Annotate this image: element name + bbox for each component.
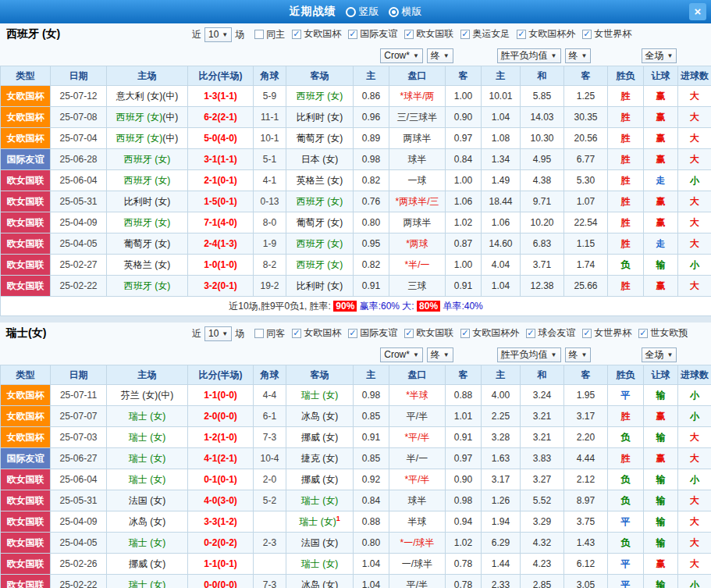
- ah-away-water-cell: 1.00: [446, 255, 482, 276]
- odds-draw-cell: 3.71: [521, 255, 564, 276]
- score-cell: 2-1(0-1): [188, 170, 254, 191]
- home-team-cell: 挪威 (女): [107, 554, 188, 575]
- date-cell: 25-07-04: [51, 128, 107, 149]
- match-row: 欧女国联25-06-04瑞士 (女)0-1(0-1)2-0挪威 (女)0.92*…: [1, 469, 711, 490]
- ah-away-water-cell: 0.78: [446, 554, 482, 575]
- corner-cell: 8-0: [254, 212, 286, 233]
- odds-home-cell: 2.33: [482, 575, 521, 588]
- odds-company-select[interactable]: Crow*▼: [380, 347, 423, 362]
- odds-company-select[interactable]: Crow*▼: [380, 48, 423, 63]
- competition-filter[interactable]: 女欧国杯外: [460, 326, 519, 340]
- result-handicap-cell: 赢: [644, 554, 678, 575]
- neutral-venue-tag: (中): [162, 133, 178, 144]
- competition-filter[interactable]: 女欧国杯: [292, 27, 341, 41]
- wdl-average-select[interactable]: 胜平负均值▼: [497, 347, 561, 362]
- competition-filter[interactable]: 国际友谊: [348, 27, 397, 41]
- away-team-cell: 葡萄牙 (女): [286, 212, 354, 233]
- match-count-select[interactable]: 10 ▼: [204, 326, 232, 341]
- handicap-cell: 两球半: [389, 128, 446, 149]
- away-team-name: 冰岛 (女): [301, 411, 338, 422]
- date-cell: 25-07-03: [51, 427, 107, 448]
- competition-filter[interactable]: 女欧国杯外: [517, 27, 575, 41]
- competition-filter[interactable]: 欧女国联: [404, 326, 453, 340]
- result-wdl-cell: 胜: [608, 128, 644, 149]
- result-wdl-cell: 负: [608, 469, 644, 490]
- competition-filter[interactable]: 世女欧预: [638, 326, 688, 340]
- same-venue-filter[interactable]: 同客: [254, 327, 285, 340]
- handicap-cell: 三/三球半: [389, 107, 446, 128]
- competition-filter[interactable]: 女世界杯: [582, 27, 631, 41]
- score-cell: 0-0(0-0): [188, 575, 254, 588]
- odds-draw-cell: 3.21: [521, 406, 564, 427]
- wdl-time-select[interactable]: 终▼: [565, 48, 592, 63]
- odds-draw-cell: 10.20: [521, 212, 564, 233]
- away-team-cell: 西班牙 (女): [286, 86, 354, 107]
- result-handicap-cell: 输: [644, 385, 678, 406]
- result-handicap-cell: 输: [644, 533, 678, 554]
- competition-filter[interactable]: 国际友谊: [348, 326, 397, 340]
- result-handicap-cell: 输: [644, 255, 678, 276]
- match-row: 欧女国联25-04-05葡萄牙 (女)2-4(1-3)1-9西班牙 (女)0.9…: [1, 233, 711, 255]
- away-team-cell: 比利时 (女): [286, 107, 354, 128]
- wdl-average-select[interactable]: 胜平负均值▼: [497, 48, 561, 63]
- layout-radio-horizontal[interactable]: 横版: [389, 5, 422, 19]
- date-cell: 25-02-27: [51, 255, 107, 276]
- ah-away-water-cell: 0.97: [446, 128, 482, 149]
- away-team-name: 捷克 (女): [301, 453, 338, 464]
- competition-filter[interactable]: 女世界杯: [582, 326, 631, 340]
- competition-filter[interactable]: 女欧国杯: [292, 326, 341, 340]
- column-header: 角球: [254, 66, 286, 86]
- chevron-down-icon: ▼: [581, 351, 588, 358]
- result-wdl-cell: 平: [608, 575, 644, 588]
- match-count-select[interactable]: 10 ▼: [204, 27, 232, 42]
- odds-away-cell: 6.77: [564, 149, 608, 170]
- result-goals-cell: 大: [678, 511, 711, 533]
- checkbox-icon: [460, 30, 470, 39]
- checkbox-icon: [582, 329, 592, 338]
- away-team-cell: 冰岛 (女): [286, 575, 354, 588]
- away-team-name: 冰岛 (女): [301, 579, 338, 588]
- result-goals-cell: 大: [678, 427, 711, 448]
- ah-away-water-cell: 0.90: [446, 469, 482, 490]
- competition-filters: 女欧国杯国际友谊欧女国联女欧国杯外球会友谊女世界杯世女欧预: [285, 326, 688, 340]
- odds-home-cell: 14.60: [482, 233, 521, 255]
- competition-filter[interactable]: 球会友谊: [526, 326, 575, 340]
- odds-home-cell: 3.28: [482, 427, 521, 448]
- competition-filter[interactable]: 奥运女足: [460, 27, 510, 41]
- scope-select[interactable]: 全场▼: [642, 48, 677, 63]
- column-header: 角球: [254, 365, 286, 385]
- result-goals-cell: 大: [678, 448, 711, 469]
- section-title: 西班牙 (女): [6, 27, 189, 41]
- summary-segment: 80%: [417, 301, 440, 312]
- result-wdl-cell: 平: [608, 554, 644, 575]
- handicap-cell: 球半: [389, 149, 446, 170]
- radio-horizontal-label: 横版: [402, 5, 422, 19]
- away-team-name: 日本 (女): [301, 154, 338, 165]
- ah-away-water-cell: 0.90: [446, 107, 482, 128]
- column-header: 进球数: [678, 66, 711, 86]
- scope-select[interactable]: 全场▼: [642, 347, 677, 362]
- odds-away-cell: 22.54: [564, 212, 608, 233]
- column-header: 主场: [107, 66, 188, 86]
- competition-filter[interactable]: 欧女国联: [404, 27, 453, 41]
- home-team-name: 冰岛 (女): [129, 516, 165, 527]
- handicap-cell: *半球: [389, 385, 446, 406]
- result-handicap-cell: 赢: [644, 128, 678, 149]
- score-cell: 3-3(1-2): [188, 511, 254, 533]
- layout-radio-vertical[interactable]: 竖版: [346, 5, 379, 19]
- select-value: 终: [431, 49, 440, 62]
- odds-time-select[interactable]: 终▼: [427, 48, 453, 63]
- close-icon[interactable]: ×: [689, 3, 706, 20]
- away-team-name: 挪威 (女): [301, 474, 338, 485]
- ah-home-water-cell: 0.76: [354, 191, 389, 212]
- chevron-down-icon: ▼: [413, 52, 419, 59]
- odds-draw-cell: 12.38: [521, 276, 564, 297]
- odds-time-select[interactable]: 终▼: [427, 347, 453, 362]
- home-team-cell: 西班牙 (女): [107, 149, 188, 170]
- same-venue-filter[interactable]: 同主: [254, 28, 285, 41]
- select-value: 全场: [645, 348, 664, 362]
- wdl-time-select[interactable]: 终▼: [565, 347, 592, 362]
- away-team-cell: 西班牙 (女): [286, 191, 354, 212]
- result-handicap-cell: 赢: [644, 191, 678, 212]
- near-label: 近: [192, 28, 201, 41]
